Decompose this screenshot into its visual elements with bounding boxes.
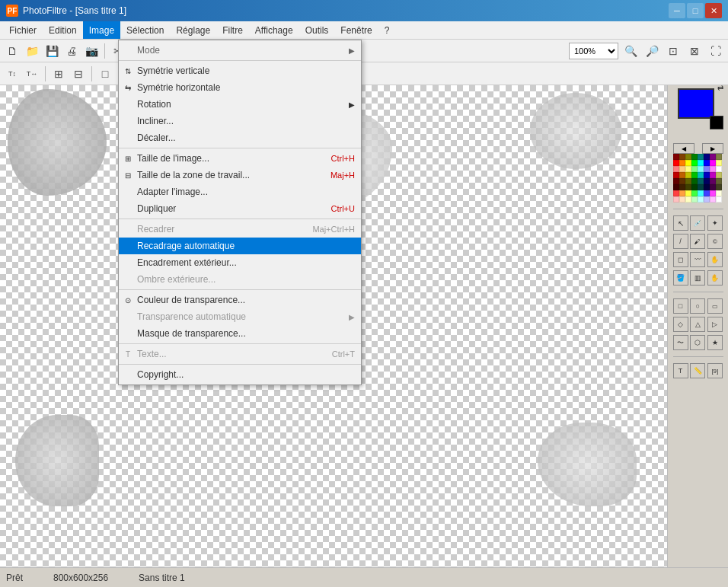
palette-cell[interactable] (691, 190, 698, 196)
palette-cell[interactable] (704, 190, 710, 196)
palette-cell[interactable] (673, 172, 679, 178)
menu-fenetre[interactable]: Fenêtre (334, 21, 378, 39)
menu-taille-travail[interactable]: ⊟ Taille de la zone de travail... Maj+H (119, 167, 361, 183)
triangle-shape-tool[interactable]: △ (690, 317, 705, 332)
palette-cell[interactable] (685, 160, 691, 166)
menu-decaler[interactable]: Décaler... (119, 129, 361, 146)
palette-cell[interactable] (685, 166, 691, 172)
palette-cell[interactable] (716, 172, 722, 178)
menu-copyright[interactable]: Copyright... (119, 366, 361, 383)
palette-cell[interactable] (710, 172, 716, 178)
gradient-tool[interactable]: ▥ (690, 270, 705, 286)
zoom-in-button[interactable]: 🔍 (621, 42, 640, 60)
secondary-color-swatch[interactable] (710, 116, 723, 129)
menu-image[interactable]: Image (83, 21, 120, 39)
text-size-btn[interactable]: T↕ (3, 65, 21, 83)
palette-cell[interactable] (716, 166, 722, 172)
palette-cell[interactable] (716, 178, 722, 184)
palette-cell[interactable] (685, 154, 691, 160)
burn-tool[interactable]: ✋ (707, 252, 723, 267)
menu-filtre[interactable]: Filtre (216, 21, 249, 39)
palette-cell[interactable] (698, 166, 704, 172)
pointer-tool[interactable]: ↖ (673, 215, 688, 231)
palette-cell[interactable] (716, 190, 722, 196)
eyedropper-tool[interactable]: 💉 (690, 215, 705, 231)
palette-cell[interactable] (679, 184, 685, 190)
palette-cell[interactable] (710, 166, 716, 172)
menu-aide[interactable]: ? (378, 21, 396, 39)
palette-cell[interactable] (698, 172, 704, 178)
zoom-out-button[interactable]: 🔎 (643, 42, 661, 60)
menu-reglage[interactable]: Réglage (170, 21, 216, 39)
menu-fichier[interactable]: Fichier (3, 21, 43, 39)
palette-cell[interactable] (679, 160, 685, 166)
menu-outils[interactable]: Outils (299, 21, 335, 39)
palette-cell[interactable] (710, 178, 716, 184)
palette-cell[interactable] (716, 184, 722, 190)
palette-cell[interactable] (698, 160, 704, 166)
menu-encadrement[interactable]: Encadrement extérieur... (119, 254, 361, 271)
fullscreen-button[interactable]: ⛶ (707, 42, 725, 60)
palette-cell[interactable] (716, 160, 722, 166)
menu-sym-horiz[interactable]: ⇆ Symétrie horizontale (119, 79, 361, 96)
palette-cell[interactable] (679, 154, 685, 160)
close-button[interactable]: ✕ (705, 3, 722, 18)
palette-cell[interactable] (691, 184, 698, 190)
palette-cell[interactable] (710, 154, 716, 160)
polygon-shape-tool[interactable]: ⬡ (690, 335, 705, 350)
actual-size-button[interactable]: ⊠ (685, 42, 704, 60)
pencil-tool[interactable]: / (673, 234, 688, 249)
palette-cell[interactable] (710, 160, 716, 166)
palette-cell[interactable] (691, 154, 698, 160)
palette-cell[interactable] (704, 178, 710, 184)
palette-cell[interactable] (685, 196, 691, 203)
palette-cell[interactable] (716, 196, 722, 203)
palette-cell[interactable] (673, 166, 679, 172)
palette-cell[interactable] (673, 154, 679, 160)
menu-recadrage-auto[interactable]: Recadrage automatique (119, 238, 361, 254)
menu-taille-image[interactable]: ⊞ Taille de l'image... Ctrl+H (119, 150, 361, 167)
palette-cell[interactable] (679, 196, 685, 203)
palette-cell[interactable] (710, 184, 716, 190)
menu-mode[interactable]: Mode ▶ (119, 42, 361, 59)
palette-cell[interactable] (691, 166, 698, 172)
palette-cell[interactable] (698, 178, 704, 184)
palette-cell[interactable] (704, 172, 710, 178)
hand-tool[interactable]: ✋ (707, 270, 723, 286)
ellipse-shape-tool[interactable]: ○ (690, 298, 705, 314)
palette-cell[interactable] (704, 184, 710, 190)
palette-cell[interactable] (673, 184, 679, 190)
menu-adapter[interactable]: Adapter l'image... (119, 183, 361, 200)
star-shape-tool[interactable]: ★ (707, 335, 723, 350)
lasso-shape-tool[interactable]: 〜 (673, 335, 688, 350)
palette-cell[interactable] (685, 178, 691, 184)
palette-cell[interactable] (716, 154, 722, 160)
brush-tool[interactable]: 🖌 (690, 234, 705, 249)
palette-cell[interactable] (691, 196, 698, 203)
smudge-tool[interactable]: 〰 (690, 252, 705, 267)
palette-cell[interactable] (685, 172, 691, 178)
fill-tool[interactable]: 🪣 (673, 270, 688, 286)
palette-cell[interactable] (698, 154, 704, 160)
palette-cell[interactable] (679, 172, 685, 178)
palette-next-button[interactable]: ▶ (702, 143, 723, 154)
open-button[interactable]: 📁 (23, 42, 41, 60)
menu-rotation[interactable]: Rotation ▶ (119, 96, 361, 113)
extra-tool[interactable]: [9] (707, 363, 723, 378)
clone-tool[interactable]: © (707, 234, 723, 249)
palette-cell[interactable] (673, 196, 679, 203)
primary-color-swatch[interactable] (678, 88, 714, 119)
measure-tool[interactable]: 📏 (690, 363, 705, 378)
stamp-tool[interactable]: ✦ (707, 215, 723, 231)
menu-sym-vert[interactable]: ⇅ Symétrie verticale (119, 62, 361, 79)
palette-cell[interactable] (710, 196, 716, 203)
palette-cell[interactable] (685, 190, 691, 196)
select-all-btn[interactable]: ⊞ (49, 65, 68, 83)
print-button[interactable]: 🖨 (62, 42, 81, 60)
palette-cell[interactable] (704, 166, 710, 172)
palette-cell[interactable] (679, 178, 685, 184)
select-none-btn[interactable]: ⊟ (69, 65, 88, 83)
menu-masque-transp[interactable]: Masque de transparence... (119, 325, 361, 342)
menu-edition[interactable]: Edition (43, 21, 83, 39)
menu-affichage[interactable]: Affichage (249, 21, 299, 39)
